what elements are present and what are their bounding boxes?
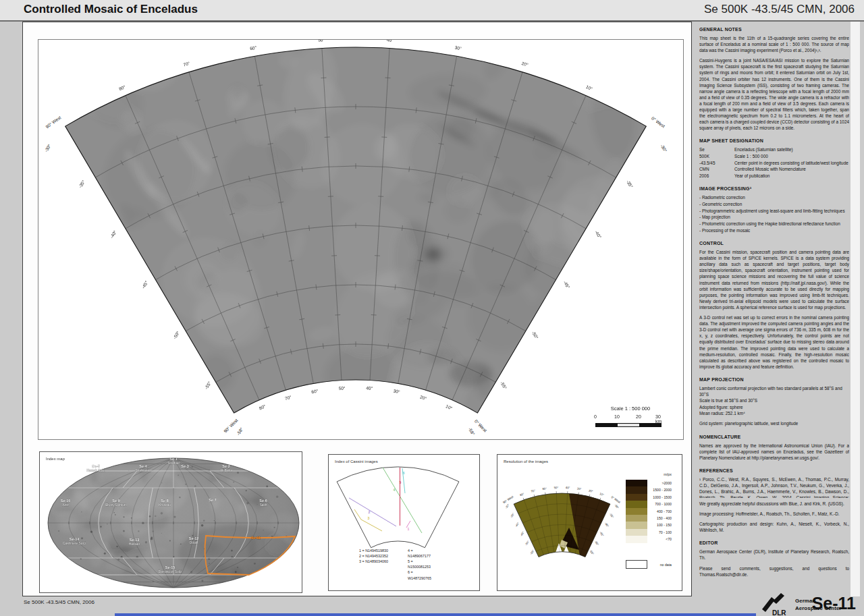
svg-text:40°: 40° — [387, 40, 394, 43]
control-p2: A 3-D control net was set up to correct … — [699, 314, 849, 370]
svg-text:50°: 50° — [554, 486, 559, 489]
svg-text:Hassan: Hassan — [129, 542, 140, 546]
projection-line: Adopted figure: sphere — [699, 404, 849, 410]
map-sheet: 80°70°60°50°40°30°20°10°80°70°60°50°40°3… — [22, 22, 692, 596]
sheet-designation: Se 500K -43.5/45 CMN, 2006 — [704, 3, 855, 16]
svg-text:70°: 70° — [284, 395, 292, 401]
general-notes-p1: This map sheet is the 11th of a 15-quadr… — [699, 35, 849, 53]
svg-text:90° West: 90° West — [502, 495, 514, 504]
nomenclature-p1: Names are approved by the International … — [699, 443, 849, 461]
legend-swatch — [626, 508, 647, 515]
dlr-logo-icon: DLR — [761, 592, 790, 616]
section-heading-control: CONTROL — [699, 241, 849, 246]
svg-text:Se-9: Se-9 — [112, 499, 119, 503]
footer-sheet-id: Se-11 — [812, 594, 856, 613]
svg-text:-50°: -50° — [524, 540, 531, 546]
svg-text:Salih: Salih — [260, 503, 267, 507]
svg-text:30°: 30° — [454, 45, 462, 51]
projection-line: Lambert conic conformal projection with … — [699, 385, 849, 398]
designation-row: -43.5/45Center point in degrees consisti… — [699, 160, 849, 167]
svg-text:DLR: DLR — [772, 609, 786, 616]
projection-line: Mean radius: 252.1 km⁴ — [699, 410, 849, 416]
legend-swatch — [626, 480, 647, 486]
svg-text:-45°: -45° — [140, 280, 149, 289]
svg-text:-30°: -30° — [504, 503, 510, 509]
svg-text:10°: 10° — [445, 403, 453, 411]
svg-text:70°: 70° — [531, 488, 536, 493]
index-map-canvas: Se-1SindbadSe-5Hamah SulciSe-4ShahrazadS… — [40, 452, 302, 592]
svg-text:-40°: -40° — [514, 522, 520, 528]
scale-tick-labels: 0 10 20 30 km — [591, 414, 670, 420]
svg-text:Sindbad: Sindbad — [167, 461, 180, 465]
svg-text:-40°: -40° — [594, 229, 603, 239]
svg-text:-50°: -50° — [172, 330, 181, 339]
legend-label: 1500 - 2000 — [650, 488, 672, 492]
section-heading-map-sheet-designation: MAP SHEET DESIGNATION — [699, 138, 849, 143]
scale-tick-20: 20 — [636, 414, 641, 419]
designation-row: 2006Year of publication — [699, 173, 849, 179]
svg-text:Damascus Sulci: Damascus Sulci — [159, 570, 182, 573]
svg-text:Se-5: Se-5 — [92, 464, 99, 468]
legend-label: 70 - 100 — [650, 530, 672, 534]
svg-text:Se-13: Se-13 — [130, 538, 139, 542]
svg-text:3: 3 — [368, 516, 370, 520]
processing-step: - Processing of the mosaic — [699, 227, 849, 234]
legend-label: 400 - 700 — [650, 509, 672, 513]
svg-text:20°: 20° — [588, 489, 593, 493]
scale-tick-30: 30 km — [655, 414, 665, 424]
svg-text:Se-1: Se-1 — [169, 457, 177, 461]
svg-text:-30°: -30° — [614, 503, 620, 509]
svg-text:0° West: 0° West — [474, 418, 488, 432]
svg-text:60°: 60° — [542, 486, 547, 491]
svg-text:-35°: -35° — [626, 179, 634, 189]
svg-text:Otbah: Otbah — [189, 541, 198, 544]
general-notes-p2: Cassini-Huygens is a joint NASA/ESA/ASI … — [699, 57, 849, 131]
svg-text:Se-2: Se-2 — [222, 464, 230, 468]
svg-text:20°: 20° — [420, 395, 428, 401]
svg-text:0° West: 0° West — [651, 115, 666, 128]
svg-text:Se-7: Se-7 — [209, 498, 216, 502]
svg-text:Se-11: Se-11 — [251, 536, 261, 540]
designation-row: SeEnceladus (Saturnian satellite) — [699, 146, 849, 153]
svg-text:-45°: -45° — [519, 530, 525, 536]
svg-text:-35°: -35° — [78, 179, 86, 188]
svg-text:Hamah Sulci: Hamah Sulci — [86, 469, 105, 472]
resolution-map-panel: 80°70°60°50°40°30°20°10°90° West0° West-… — [497, 454, 682, 591]
svg-text:50°: 50° — [339, 385, 346, 391]
processing-step: - Geometric correction — [699, 201, 849, 208]
legend-label: <70 — [650, 537, 672, 541]
reference-1: ¹ Porco, C.C., West, R.A., Squyres, S., … — [699, 476, 849, 498]
svg-text:Shahrazad: Shahrazad — [135, 469, 151, 472]
grid-system-line: Grid system: planetographic latitude, we… — [699, 420, 849, 426]
svg-text:-58°: -58° — [468, 426, 477, 436]
section-heading-editor: EDITOR — [699, 540, 849, 545]
svg-text:Se-12: Se-12 — [189, 536, 198, 540]
main-map-canvas: 80°70°60°50°40°30°20°10°80°70°60°50°40°3… — [38, 40, 683, 439]
acknowledgement: We greatly appreciate helpful discussion… — [699, 501, 849, 507]
svg-text:-55°: -55° — [204, 381, 213, 390]
svg-text:Se-14: Se-14 — [70, 537, 79, 541]
footer-sheet-code: Se 500K -43.5/45 CMN, 2006 — [24, 599, 94, 605]
svg-text:30°: 30° — [393, 389, 400, 395]
svg-text:Ali Baba: Ali Baba — [220, 469, 232, 472]
cassini-index-panel: 123456 Index of Cassini images 1 = N1494… — [328, 454, 480, 591]
svg-text:90° West: 90° West — [45, 115, 62, 129]
svg-text:-30°: -30° — [659, 144, 668, 153]
editor-line-2: Please send comments, suggestions, and q… — [699, 565, 849, 578]
cartography-credit: Cartographic production and design: Kuhn… — [699, 521, 849, 533]
designation-row: 500KScale 1 : 500 000 — [699, 153, 849, 160]
section-heading-references: REFERENCES — [699, 468, 849, 473]
page-edge-strip — [850, 22, 860, 596]
legend-no-data: no data — [626, 560, 680, 569]
image-processing-credit: Image processing: Hoffmeister, A., Roats… — [699, 511, 849, 517]
legend-unit: m/px — [626, 472, 672, 476]
scale-bar: Scale 1 : 500 000 0 10 20 30 km — [591, 405, 670, 434]
svg-text:-35°: -35° — [609, 512, 615, 518]
svg-text:Se-15: Se-15 — [165, 565, 175, 569]
svg-text:10°: 10° — [599, 492, 605, 497]
svg-text:Se-6: Se-6 — [259, 499, 267, 503]
list-item: 5 = N1500081253 — [408, 559, 431, 569]
processing-step: - Photometric correction using the Hapke… — [699, 221, 849, 227]
scale-label: Scale 1 : 500 000 — [591, 405, 670, 412]
legend-swatch — [626, 501, 647, 507]
